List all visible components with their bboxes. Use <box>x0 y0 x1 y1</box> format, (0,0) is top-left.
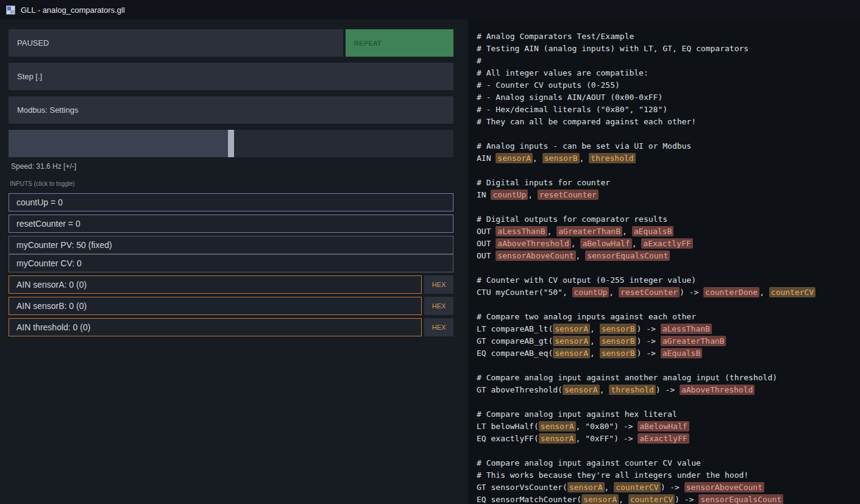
code-line: OUT aAboveThreshold, aBelowHalf, aExactl… <box>477 238 860 250</box>
code-text: , <box>533 154 542 163</box>
code-line: # - Analog signals AIN/AOUT (0x00-0xFF) <box>477 91 860 104</box>
code-text: , <box>590 349 600 358</box>
code-text: # Counter with CV output (0-255 integer … <box>477 275 696 285</box>
code-listing: # Analog Comparators Test/Example# Testi… <box>477 30 860 504</box>
analog-signal-token: threshold <box>589 153 635 163</box>
code-line: # Compare analog input against another a… <box>477 372 860 384</box>
ain-sensora[interactable]: AIN sensorA: 0 (0) <box>9 275 422 294</box>
analog-signal-token: sensorA <box>553 336 590 346</box>
ain-sensorb[interactable]: AIN sensorB: 0 (0) <box>9 297 422 315</box>
code-text: # They can all be compared against each … <box>477 117 696 126</box>
input-resetcounter[interactable]: resetCounter = 0 <box>9 215 453 233</box>
code-line: EQ compareAB_eq(sensorA, sensorB) -> aEq… <box>477 347 860 360</box>
analog-signal-token: sensorA <box>539 433 576 444</box>
code-line: # This works because they're all integer… <box>477 469 860 481</box>
counter-cv[interactable]: myCounter CV: 0 <box>9 254 453 272</box>
digital-signal-token: aAboveThreshold <box>680 385 755 395</box>
code-text: ) -> <box>636 336 660 346</box>
code-text: GT compareAB_gt( <box>477 336 553 346</box>
digital-signal-token: counterDone <box>703 287 759 297</box>
digital-signal-token: aEqualsB <box>632 226 674 236</box>
code-line: LT belowHalf(sensorA, "0x80") -> aBelowH… <box>477 421 860 433</box>
repeat-button[interactable]: REPEAT <box>346 29 453 57</box>
hex-toggle-button[interactable]: HEX <box>424 275 453 294</box>
pause-button[interactable]: PAUSED <box>9 29 343 57</box>
code-line: # Analog Comparators Test/Example <box>477 30 860 43</box>
code-text: OUT <box>477 239 496 248</box>
analog-signal-token: counterCV <box>628 494 675 504</box>
hex-toggle-button[interactable]: HEX <box>424 318 453 336</box>
code-text: # All integer values are compatible: <box>477 68 649 77</box>
input-label: AIN sensorA: 0 (0) <box>16 280 87 289</box>
digital-signal-token: aLessThanB <box>661 324 712 334</box>
window-title: GLL - analog_comparators.gll <box>21 5 125 15</box>
digital-signal-token: aLessThanB <box>496 226 547 236</box>
code-text: , <box>571 239 581 248</box>
digital-signal-token: aBelowHalf <box>638 421 689 431</box>
code-text: , <box>605 483 614 492</box>
code-text: ) -> <box>636 324 660 333</box>
code-text: ) -> <box>680 288 703 297</box>
input-line: AIN sensorB: 0 (0)HEX <box>9 297 453 315</box>
inputs-list: countUp = 0resetCounter = 0myCounter PV:… <box>9 193 453 336</box>
control-panel: PAUSED REPEAT Step [.] Modbus: Settings … <box>0 20 468 504</box>
analog-signal-token: sensorA <box>553 324 590 334</box>
code-text: , <box>590 336 600 346</box>
digital-signal-token: countUp <box>572 287 609 297</box>
code-text: # Compare analog input against counter C… <box>477 458 701 467</box>
code-line <box>477 445 860 457</box>
input-line: AIN sensorA: 0 (0)HEX <box>9 275 453 294</box>
code-text: ) -> <box>636 349 660 358</box>
code-text: LT compareAB_lt( <box>477 324 553 333</box>
code-line: # Digital outputs for comparator results <box>477 213 860 225</box>
code-line: # All integer values are compatible: <box>477 67 860 79</box>
code-text: # Compare two analog inputs against each… <box>477 312 696 321</box>
code-panel: # Analog Comparators Test/Example# Testi… <box>468 20 860 504</box>
code-text: # Compare analog input against hex liter… <box>477 410 677 419</box>
counter-pv[interactable]: myCounter PV: 50 (fixed) <box>9 236 453 254</box>
analog-signal-token: sensorA <box>581 494 619 504</box>
code-text: OUT <box>477 227 496 236</box>
code-line: GT compareAB_gt(sensorA, sensorB) -> aGr… <box>477 335 860 347</box>
input-line: myCounter PV: 50 (fixed) <box>9 236 453 254</box>
digital-signal-token: aBelowHalf <box>580 238 631 249</box>
code-line: # They can all be compared against each … <box>477 116 860 128</box>
analog-signal-token: sensorB <box>600 348 637 358</box>
analog-signal-token: sensorB <box>600 336 637 346</box>
digital-signal-token: countUp <box>491 190 528 200</box>
code-text: # Digital inputs for counter <box>477 178 610 187</box>
speed-slider[interactable] <box>9 130 453 157</box>
code-line: EQ exactlyFF(sensorA, "0xFF") -> aExactl… <box>477 433 860 445</box>
code-text: EQ compareAB_eq( <box>477 349 553 358</box>
modbus-settings-button[interactable]: Modbus: Settings <box>9 96 453 124</box>
code-line: # Testing AIN (analog inputs) with LT, G… <box>477 43 860 55</box>
code-text: AIN <box>477 154 496 163</box>
analog-signal-token: counterCV <box>769 287 816 297</box>
code-text: GT aboveThreshold( <box>477 385 563 394</box>
code-text: , <box>609 288 619 297</box>
input-line: AIN threshold: 0 (0)HEX <box>9 318 453 336</box>
code-text: , <box>576 251 586 260</box>
step-button[interactable]: Step [.] <box>9 63 453 90</box>
code-text: , <box>600 385 609 394</box>
input-line: countUp = 0 <box>9 193 453 211</box>
code-line <box>477 128 860 140</box>
code-text: , <box>580 154 589 163</box>
input-label: resetCounter = 0 <box>16 219 80 229</box>
code-line: OUT aLessThanB, aGreaterThanB, aEqualsB <box>477 225 860 238</box>
input-countup[interactable]: countUp = 0 <box>9 193 453 211</box>
code-line: # Compare analog input against counter C… <box>477 457 860 469</box>
hex-toggle-button[interactable]: HEX <box>424 297 453 315</box>
speed-slider-handle[interactable] <box>228 130 234 157</box>
input-line: myCounter CV: 0 <box>9 254 453 272</box>
code-line <box>477 360 860 372</box>
code-text: , <box>759 288 769 297</box>
ain-threshold[interactable]: AIN threshold: 0 (0) <box>9 318 422 336</box>
digital-signal-token: aGreaterThanB <box>661 336 727 346</box>
inputs-header: INPUTS (click to toggle) <box>10 180 453 187</box>
digital-signal-token: sensorEqualsCount <box>585 250 670 261</box>
analog-signal-token: sensorA <box>563 385 600 395</box>
input-label: AIN threshold: 0 (0) <box>16 322 90 332</box>
code-text: OUT <box>477 251 496 260</box>
digital-signal-token: sensorAboveCount <box>684 482 764 492</box>
